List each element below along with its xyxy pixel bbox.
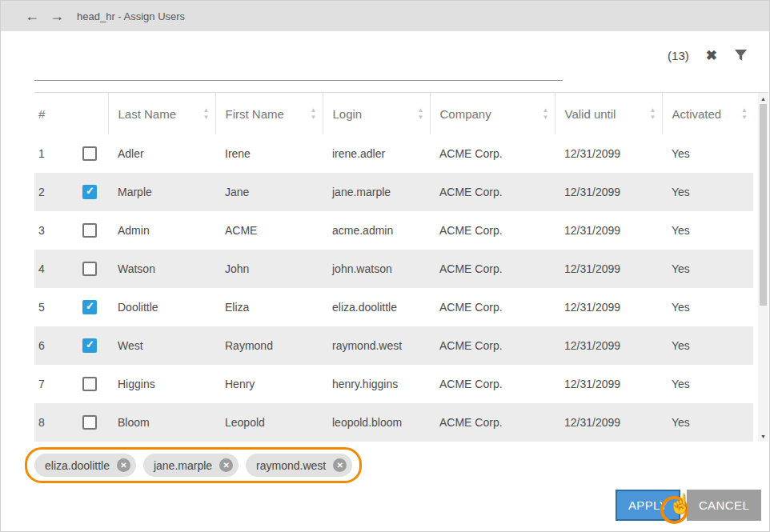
cell-company: ACME Corp. (430, 134, 555, 173)
chip-label: jane.marple (154, 459, 212, 472)
cell-valid-until: 12/31/2099 (555, 403, 662, 442)
cell-company: ACME Corp. (430, 288, 555, 326)
cell-company: ACME Corp. (430, 211, 555, 250)
sort-icons[interactable]: ▲▼ (741, 107, 748, 120)
cell-first-name: Henry (215, 365, 323, 403)
table-row[interactable]: 8 Bloom Leopold leopold.bloom ACME Corp.… (34, 403, 753, 442)
col-header-label: Login (333, 107, 363, 121)
apply-button[interactable]: APPLY (616, 490, 680, 521)
cell-login: eliza.doolittle (323, 288, 430, 326)
cell-activated: Yes (662, 403, 753, 442)
cell-valid-until: 12/31/2099 (555, 326, 662, 365)
cancel-button[interactable]: CANCEL (687, 490, 761, 521)
cell-first-name: Irene (215, 134, 323, 173)
table-row[interactable]: 4 Watson John john.watson ACME Corp. 12/… (34, 250, 753, 288)
users-table: # Last Name ▲▼ First Name ▲▼ Login ▲▼ (34, 92, 768, 442)
col-header-login[interactable]: Login ▲▼ (323, 93, 430, 134)
row-checkbox[interactable] (82, 262, 97, 276)
col-header-company[interactable]: Company ▲▼ (430, 93, 555, 134)
row-checkbox[interactable] (82, 338, 97, 353)
row-number: 6 (38, 339, 82, 352)
cell-company: ACME Corp. (430, 365, 555, 403)
filter-input[interactable] (34, 57, 563, 81)
dialog-actions: APPLY CANCEL (616, 490, 761, 521)
filter-icon[interactable] (734, 49, 748, 62)
cell-company: ACME Corp. (430, 173, 555, 211)
back-icon[interactable]: ← (25, 9, 39, 23)
result-count: (13) (668, 49, 689, 62)
cell-valid-until: 12/31/2099 (555, 173, 662, 211)
selected-user-chip: raymond.west ✕ (246, 454, 352, 477)
cell-company: ACME Corp. (430, 250, 555, 288)
clear-filter-icon[interactable]: ✖ (706, 49, 717, 62)
selected-user-chip: eliza.doolittle ✕ (34, 454, 136, 477)
sort-icons[interactable]: ▲▼ (203, 107, 210, 120)
table-row[interactable]: 3 Admin ACME acme.admin ACME Corp. 12/31… (34, 211, 753, 250)
table-row[interactable]: 7 Higgins Henry henry.higgins ACME Corp.… (34, 365, 753, 403)
cell-company: ACME Corp. (430, 403, 555, 442)
sort-icons[interactable]: ▲▼ (543, 107, 549, 120)
cell-first-name: Jane (215, 173, 323, 211)
cell-activated: Yes (662, 250, 753, 288)
forward-icon[interactable]: → (50, 9, 64, 23)
sort-icons[interactable]: ▲▼ (418, 107, 424, 120)
selection-highlight: eliza.doolittle ✕ jane.marple ✕ raymond.… (25, 447, 362, 483)
vertical-scrollbar[interactable]: ▲ ▼ (758, 93, 768, 442)
cell-last-name: Marple (108, 173, 215, 211)
row-number: 2 (38, 186, 82, 198)
col-header-first-name[interactable]: First Name ▲▼ (215, 93, 323, 134)
chip-remove-icon[interactable]: ✕ (333, 458, 347, 472)
col-header-index: # (34, 93, 108, 134)
col-header-label: First Name (226, 107, 284, 121)
row-number: 5 (38, 301, 82, 314)
cell-last-name: Admin (108, 211, 215, 250)
cell-login: henry.higgins (323, 365, 430, 403)
cell-activated: Yes (662, 288, 753, 326)
cell-login: jane.marple (323, 173, 430, 211)
sort-icons[interactable]: ▲▼ (311, 107, 317, 120)
scroll-down-icon[interactable]: ▼ (758, 430, 768, 442)
cell-company: ACME Corp. (430, 326, 555, 365)
row-number: 1 (38, 147, 82, 160)
cell-activated: Yes (662, 326, 753, 365)
cell-login: leopold.bloom (323, 403, 430, 442)
col-header-activated[interactable]: Activated ▲▼ (662, 93, 753, 134)
row-checkbox[interactable] (82, 415, 97, 430)
cell-activated: Yes (662, 365, 753, 403)
row-checkbox[interactable] (82, 185, 97, 199)
cell-login: raymond.west (323, 326, 430, 365)
col-header-label: Last Name (118, 107, 177, 121)
chip-label: raymond.west (256, 459, 326, 472)
col-header-label: Valid until (565, 107, 616, 121)
cell-activated: Yes (662, 173, 753, 211)
cell-valid-until: 12/31/2099 (555, 250, 662, 288)
scroll-up-icon[interactable]: ▲ (758, 93, 768, 104)
table-row[interactable]: 2 Marple Jane jane.marple ACME Corp. 12/… (34, 173, 753, 211)
cell-first-name: Eliza (215, 288, 323, 326)
chip-remove-icon[interactable]: ✕ (219, 458, 233, 472)
cell-last-name: Adler (108, 134, 215, 173)
chip-remove-icon[interactable]: ✕ (117, 458, 130, 472)
row-checkbox[interactable] (82, 223, 97, 238)
table-row[interactable]: 5 Doolittle Eliza eliza.doolittle ACME C… (34, 288, 753, 326)
cell-login: john.watson (323, 250, 430, 288)
row-checkbox[interactable] (82, 146, 97, 161)
row-checkbox[interactable] (82, 300, 97, 314)
cell-valid-until: 12/31/2099 (555, 134, 662, 173)
table-row[interactable]: 1 Adler Irene irene.adler ACME Corp. 12/… (34, 134, 753, 173)
table-row[interactable]: 6 West Raymond raymond.west ACME Corp. 1… (34, 326, 753, 365)
sort-icons[interactable]: ▲▼ (650, 107, 656, 120)
col-header-label: Company (440, 107, 491, 121)
col-header-label: # (38, 107, 45, 121)
cell-first-name: John (215, 250, 323, 288)
cell-last-name: Doolittle (108, 288, 215, 326)
row-number: 4 (38, 262, 82, 275)
row-number: 7 (38, 378, 82, 390)
row-checkbox[interactable] (82, 377, 97, 391)
page-title: head_hr - Assign Users (77, 10, 185, 22)
scrollbar-thumb[interactable] (760, 104, 767, 306)
assign-users-window: ← → head_hr - Assign Users (13) ✖ # (0, 0, 770, 532)
filter-bar: (13) ✖ (1, 31, 769, 81)
col-header-valid-until[interactable]: Valid until ▲▼ (555, 93, 662, 134)
col-header-last-name[interactable]: Last Name ▲▼ (108, 93, 215, 134)
